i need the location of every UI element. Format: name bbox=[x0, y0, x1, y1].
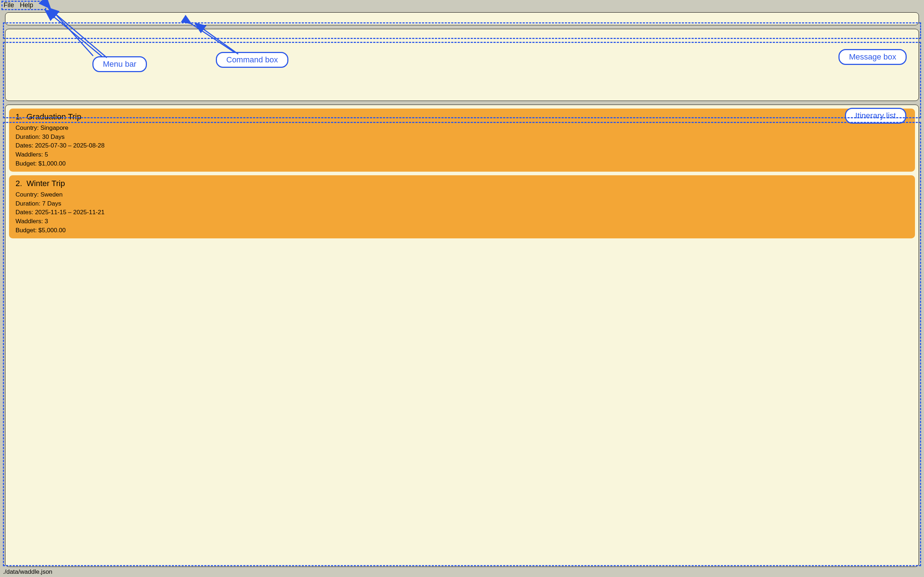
dates-value: 2025-07-30 – 2025-08-28 bbox=[35, 142, 105, 149]
dates-label: Dates: bbox=[16, 142, 33, 149]
itinerary-list: 1. Graduation Trip Country: Singapore Du… bbox=[5, 105, 919, 567]
itinerary-budget-line: Budget: $1,000.00 bbox=[16, 160, 908, 168]
dates-value: 2025-11-15 – 2025-11-21 bbox=[35, 209, 105, 216]
itinerary-duration-line: Duration: 30 Days bbox=[16, 133, 908, 142]
country-label: Country: bbox=[16, 124, 39, 131]
country-label: Country: bbox=[16, 191, 39, 198]
budget-label: Budget: bbox=[16, 227, 37, 234]
itinerary-name: Winter Trip bbox=[27, 179, 65, 188]
content-area: 1. Graduation Trip Country: Singapore Du… bbox=[0, 10, 924, 567]
callout-menu-bar: Menu bar bbox=[92, 56, 147, 72]
callout-message-box: Message box bbox=[838, 49, 907, 65]
itinerary-dates-line: Dates: 2025-11-15 – 2025-11-21 bbox=[16, 208, 908, 217]
itinerary-name: Graduation Trip bbox=[27, 112, 82, 121]
itinerary-index: 2. bbox=[16, 179, 22, 188]
itinerary-index: 1. bbox=[16, 112, 22, 121]
callout-itinerary-list: Itinerary list bbox=[845, 108, 906, 124]
budget-value: $5,000.00 bbox=[38, 227, 66, 234]
duration-value: 30 Days bbox=[42, 134, 65, 140]
duration-label: Duration: bbox=[16, 134, 40, 140]
status-path: ./data/waddle.json bbox=[3, 568, 52, 575]
status-bar: ./data/waddle.json bbox=[0, 567, 924, 577]
waddlers-value: 5 bbox=[45, 151, 48, 158]
waddlers-label: Waddlers: bbox=[16, 218, 43, 225]
duration-value: 7 Days bbox=[42, 200, 61, 207]
itinerary-title: 2. Winter Trip bbox=[16, 179, 908, 188]
country-value: Singapore bbox=[40, 124, 69, 131]
budget-label: Budget: bbox=[16, 160, 37, 167]
itinerary-card[interactable]: 1. Graduation Trip Country: Singapore Du… bbox=[9, 108, 915, 172]
waddlers-value: 3 bbox=[45, 218, 48, 225]
itinerary-country-line: Country: Singapore bbox=[16, 124, 908, 133]
itinerary-waddlers-line: Waddlers: 5 bbox=[16, 150, 908, 160]
itinerary-country-line: Country: Sweden bbox=[16, 190, 908, 200]
itinerary-duration-line: Duration: 7 Days bbox=[16, 200, 908, 208]
itinerary-card[interactable]: 2. Winter Trip Country: Sweden Duration:… bbox=[9, 175, 915, 239]
itinerary-dates-line: Dates: 2025-07-30 – 2025-08-28 bbox=[16, 141, 908, 150]
menu-bar: File Help bbox=[0, 0, 924, 10]
command-box[interactable] bbox=[5, 12, 919, 25]
itinerary-waddlers-line: Waddlers: 3 bbox=[16, 217, 908, 226]
dates-label: Dates: bbox=[16, 209, 33, 216]
budget-value: $1,000.00 bbox=[38, 160, 66, 167]
menu-help[interactable]: Help bbox=[20, 2, 33, 9]
duration-label: Duration: bbox=[16, 200, 40, 207]
itinerary-budget-line: Budget: $5,000.00 bbox=[16, 226, 908, 235]
waddlers-label: Waddlers: bbox=[16, 151, 43, 158]
country-value: Sweden bbox=[40, 191, 63, 198]
menu-file[interactable]: File bbox=[3, 2, 14, 9]
callout-command-box: Command box bbox=[216, 52, 288, 68]
itinerary-title: 1. Graduation Trip bbox=[16, 112, 908, 121]
